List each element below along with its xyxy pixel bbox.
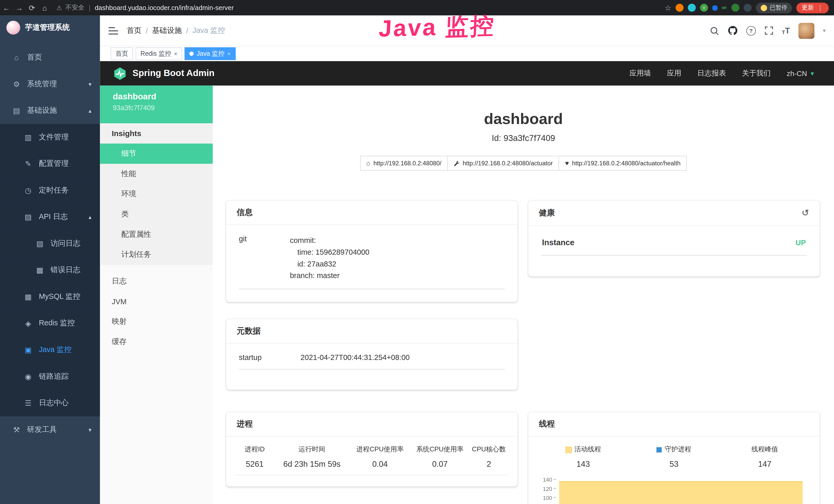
wrench-icon xyxy=(454,160,460,166)
fullscreen-icon[interactable] xyxy=(764,26,773,35)
info-card-header: 信息 xyxy=(226,201,518,225)
sba-nav-journal[interactable]: 日志报表 xyxy=(697,69,726,78)
extension-icon[interactable] xyxy=(712,5,718,10)
git-commit-line: commit: xyxy=(290,234,505,246)
extension-icon[interactable] xyxy=(731,4,740,12)
sidebar-item-redis[interactable]: ◈ Redis 监控 xyxy=(0,310,100,337)
threads-legend: 活动线程 守护进程 线程峰值 143 53 147 xyxy=(538,445,810,468)
sidebar-item-system[interactable]: ⚙ 系统管理 ▾ xyxy=(0,71,100,97)
sidebar-item-label: 错误日志 xyxy=(50,265,81,275)
startup-value: 2021-04-27T00:44:31.254+08:00 xyxy=(301,353,505,362)
chrome-update-button[interactable]: 更新 ⋮ xyxy=(796,2,829,13)
sidebar-item-config[interactable]: ✎ 配置管理 xyxy=(0,151,100,177)
scale-wrapper: ← → ⟳ ⌂ ⚠ 不安全 | dashboard.yudao.iocoder.… xyxy=(0,0,834,504)
back-button[interactable]: ← xyxy=(0,3,13,12)
sba-menu-mappings[interactable]: 映射 xyxy=(100,312,213,332)
tab-redis-monitor[interactable]: Redis 监控 × xyxy=(136,47,182,60)
blue-square-icon xyxy=(657,447,662,452)
address-bar[interactable]: ⚠ 不安全 | dashboard.yudao.iocoder.cn/infra… xyxy=(57,3,665,12)
screen: ← → ⟳ ⌂ ⚠ 不安全 | dashboard.yudao.iocoder.… xyxy=(0,0,834,504)
error-log-icon: ▩ xyxy=(34,266,46,274)
tab-home[interactable]: 首页 xyxy=(111,47,133,60)
sidebar-item-jobs[interactable]: ◷ 定时任务 xyxy=(0,177,100,204)
legend-value: 147 xyxy=(720,459,810,468)
sidebar-item-mysql[interactable]: ▦ MySQL 监控 xyxy=(0,283,100,310)
sidebar-item-api-log[interactable]: ▨ API 日志 ▴ xyxy=(0,204,100,230)
close-icon[interactable]: × xyxy=(174,51,177,57)
sba-brand[interactable]: Spring Boot Admin xyxy=(113,66,215,81)
sidebar-item-trace[interactable]: ◉ 链路追踪 xyxy=(0,363,100,390)
extension-icon[interactable] xyxy=(676,4,683,12)
legend-value: 143 xyxy=(538,459,629,468)
help-icon[interactable]: ? xyxy=(746,26,756,35)
sidebar-item-files[interactable]: ▥ 文件管理 xyxy=(0,124,100,151)
extension-on-icon[interactable]: on xyxy=(722,5,727,10)
instance-links: ⌂ http://192.168.0.2:48080/ http://192.1… xyxy=(213,156,834,171)
sidebar-item-devtools[interactable]: ⚒ 研发工具 ▾ xyxy=(0,416,100,443)
sidebar-item-access-log[interactable]: ▧ 访问日志 xyxy=(0,230,100,257)
kebab-menu-icon: ⋮ xyxy=(817,4,824,12)
process-card: 进程 进程ID 运行时间 进程CPU使用率 系统CPU使用率 CPU核心数 52… xyxy=(226,412,518,486)
cell-value: 0.07 xyxy=(410,459,470,468)
instance-id-line: Id: 93a3fc7f7409 xyxy=(213,134,834,143)
health-url-button[interactable]: ♥ http://192.168.0.2:48080/actuator/heal… xyxy=(559,156,687,171)
breadcrumb-item[interactable]: 首页 xyxy=(127,26,141,35)
legend-label: 活动线程 xyxy=(574,445,601,454)
sidebar-item-log-center[interactable]: ☰ 日志中心 xyxy=(0,390,100,416)
sba-nav-applications[interactable]: 应用 xyxy=(667,69,681,78)
app-logo[interactable]: 芋道管理系统 xyxy=(0,16,100,40)
forward-button[interactable]: → xyxy=(13,3,26,12)
bookmark-star-icon[interactable]: ☆ xyxy=(665,3,672,12)
actuator-url-button[interactable]: http://192.168.0.2:48080/actuator xyxy=(447,156,559,171)
sidebar-item-label: 首页 xyxy=(27,53,42,62)
sba-nav-wallboard[interactable]: 应用墙 xyxy=(630,69,651,78)
extension-icon[interactable] xyxy=(688,4,696,12)
service-url-button[interactable]: ⌂ http://192.168.0.2:48080/ xyxy=(360,156,448,171)
search-icon[interactable] xyxy=(709,26,719,35)
sba-nav-about[interactable]: 关于我们 xyxy=(742,69,771,78)
hamburger-icon[interactable] xyxy=(108,26,118,35)
avatar-caret-icon[interactable]: ▾ xyxy=(823,28,826,33)
sba-menu-logs[interactable]: 日志 xyxy=(100,271,213,292)
sba-content: dashboard Id: 93a3fc7f7409 ⌂ http://192.… xyxy=(213,86,834,504)
sidebar-item-infra[interactable]: ▤ 基础设施 ▴ xyxy=(0,97,100,124)
close-icon[interactable]: × xyxy=(227,51,231,57)
reload-button[interactable]: ⟳ xyxy=(25,3,38,12)
font-size-icon[interactable]: TT xyxy=(782,26,790,35)
sba-menu-metrics[interactable]: 性能 xyxy=(100,164,213,184)
paused-badge[interactable]: 已暂停 xyxy=(756,2,792,13)
home-button[interactable]: ⌂ xyxy=(38,3,51,12)
legend-label: 线程峰值 xyxy=(751,445,778,454)
sba-instance-header[interactable]: dashboard 93a3fc7f7409 xyxy=(100,86,213,123)
sba-menu-scheduled-tasks[interactable]: 计划任务 xyxy=(100,245,213,265)
extension-icon[interactable] xyxy=(744,4,751,12)
redis-icon: ◈ xyxy=(22,319,34,328)
health-instance-row[interactable]: Instance UP xyxy=(541,235,807,256)
breadcrumb-item[interactable]: 基础设施 xyxy=(152,26,182,35)
sidebar-item-error-log[interactable]: ▩ 错误日志 xyxy=(0,257,100,283)
sidebar-item-java-monitor[interactable]: ▣ Java 监控 xyxy=(0,337,100,363)
top-header: 首页 / 基础设施 / Java 监控 ? TT ▾ xyxy=(100,16,834,46)
sba-menu-jvm[interactable]: JVM xyxy=(100,292,213,312)
legend-peak: 线程峰值 xyxy=(720,445,810,454)
sidebar-item-home[interactable]: ⌂ 首页 xyxy=(0,44,100,71)
sidebar-item-label: 链路追踪 xyxy=(39,372,69,381)
sidebar-item-label: 基础设施 xyxy=(27,106,57,115)
emoji-face-icon xyxy=(761,5,767,11)
sba-language-select[interactable]: zh-CN ▼ xyxy=(787,69,815,77)
history-icon[interactable]: ↺ xyxy=(802,207,809,219)
sba-menu-details[interactable]: 细节 xyxy=(100,143,213,164)
sba-menu-configprops[interactable]: 配置属性 xyxy=(100,224,213,245)
sba-menu-caches[interactable]: 缓存 xyxy=(100,332,213,352)
git-row: git commit: time: 1596289704000 id: 27aa… xyxy=(239,234,505,289)
gear-icon: ⚙ xyxy=(10,80,22,88)
sba-menu-classes[interactable]: 类 xyxy=(100,204,213,224)
sidebar-item-label: 系统管理 xyxy=(27,79,57,89)
tab-java-monitor[interactable]: Java 监控 × xyxy=(185,47,236,60)
threads-chart: 140 120 100 xyxy=(538,477,810,504)
extension-icon[interactable]: v xyxy=(700,4,708,12)
sba-menu-env[interactable]: 环境 xyxy=(100,184,213,204)
user-avatar[interactable] xyxy=(798,23,814,39)
github-icon[interactable] xyxy=(727,25,738,36)
git-id-line: id: 27aa832 xyxy=(290,258,505,270)
